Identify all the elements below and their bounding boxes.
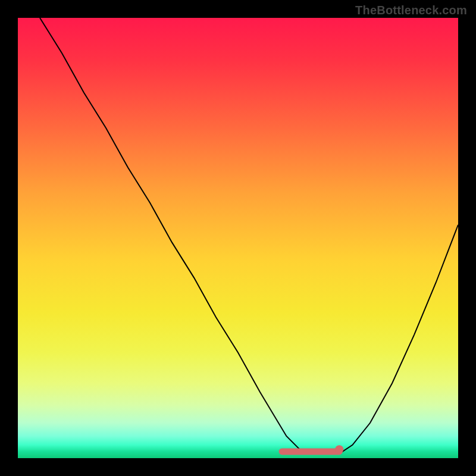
optimal-end-dot xyxy=(335,445,343,453)
plot-area xyxy=(18,18,458,458)
chart-frame: TheBottleneck.com xyxy=(0,0,476,476)
curve-layer xyxy=(18,18,458,458)
bottleneck-curve xyxy=(40,18,458,454)
watermark-text: TheBottleneck.com xyxy=(355,4,467,17)
